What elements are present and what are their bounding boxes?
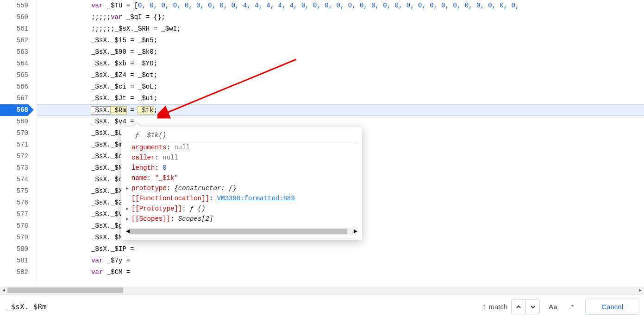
line-number[interactable]: 577 <box>0 209 28 220</box>
code-line[interactable]: _$sX._$IP = <box>37 243 644 255</box>
code-line[interactable]: _$sX._$Z4 = _$ot; <box>37 70 644 81</box>
search-options: Aa .* <box>545 300 579 314</box>
match-case-toggle[interactable]: Aa <box>545 300 560 314</box>
code-line[interactable]: _$sX._$xb = _$YD; <box>37 58 644 70</box>
expand-triangle-icon[interactable]: ▶ <box>126 216 131 222</box>
line-number[interactable]: 576 <box>0 197 28 209</box>
object-property-row[interactable]: ▶[[Scopes]]: Scopes[2] <box>126 214 357 224</box>
line-number[interactable]: 578 <box>0 220 28 232</box>
cancel-button[interactable]: Cancel <box>585 299 639 315</box>
code-line[interactable]: _$sX._$ci = _$oL; <box>37 81 644 93</box>
code-line[interactable]: _$sX._$Rm = _$1k; <box>37 104 644 116</box>
expand-triangle-icon[interactable]: ▶ <box>126 185 131 191</box>
code-line[interactable]: ;;;;;;_$sX._$RH = _$wI; <box>37 23 644 35</box>
search-next-button[interactable] <box>525 300 539 314</box>
line-number-gutter: 5595605615625635645655665675685695705715… <box>0 0 37 282</box>
code-line[interactable]: _$sX._$Jt = _$u1; <box>37 93 644 104</box>
line-number[interactable]: 561 <box>0 23 28 35</box>
object-property-row[interactable]: caller: null <box>126 153 357 163</box>
chevron-down-icon <box>530 304 536 310</box>
line-number[interactable]: 562 <box>0 35 28 46</box>
line-number[interactable]: 567 <box>0 93 28 104</box>
line-number[interactable]: 572 <box>0 151 28 162</box>
search-match-count: 1 match <box>483 303 507 311</box>
line-number[interactable]: 566 <box>0 81 28 93</box>
expand-triangle-icon[interactable]: ▶ <box>126 206 131 211</box>
code-line[interactable]: _$sX._$v4 = <box>37 116 644 128</box>
line-number[interactable]: 559 <box>0 0 28 12</box>
scrollbar-thumb[interactable] <box>7 287 123 293</box>
object-property-row[interactable]: arguments: null <box>126 142 357 153</box>
scroll-left-icon[interactable]: ◄ <box>126 228 130 235</box>
scroll-right-icon[interactable]: ► <box>637 287 644 294</box>
tooltip-horizontal-scrollbar[interactable]: ◄ ► <box>126 228 357 235</box>
function-signature: ƒ _$1k() <box>135 132 166 139</box>
search-input[interactable] <box>5 300 479 314</box>
editor-horizontal-scrollbar[interactable]: ◄ ► <box>0 287 644 294</box>
object-property-row[interactable]: [[FunctionLocation]]: VM3398:formatted:8… <box>126 193 357 204</box>
code-line[interactable]: ;;;;;var _$qI = {}; <box>37 12 644 23</box>
line-number[interactable]: 571 <box>0 139 28 151</box>
line-number[interactable]: 581 <box>0 255 28 267</box>
object-property-row[interactable]: ▶[[Prototype]]: ƒ () <box>126 204 357 214</box>
regex-toggle[interactable]: .* <box>564 300 579 314</box>
line-number[interactable]: 573 <box>0 162 28 174</box>
line-number[interactable]: 580 <box>0 243 28 255</box>
line-number[interactable]: 563 <box>0 46 28 58</box>
line-number[interactable]: 565 <box>0 70 28 81</box>
scroll-left-icon[interactable]: ◄ <box>0 287 7 294</box>
line-number[interactable]: 560 <box>0 12 28 23</box>
code-line[interactable]: var _$CM = <box>37 267 644 278</box>
chevron-up-icon <box>515 304 522 310</box>
line-number[interactable]: 564 <box>0 58 28 70</box>
tooltip-header: ƒ _$1k() <box>126 130 357 142</box>
search-nav <box>511 300 540 314</box>
object-property-row[interactable]: length: 0 <box>126 163 357 173</box>
scroll-right-icon[interactable]: ► <box>354 228 357 235</box>
debugger-value-tooltip: ƒ _$1k() arguments: nullcaller: nullleng… <box>121 127 362 240</box>
search-prev-button[interactable] <box>512 300 525 314</box>
object-property-row[interactable]: ▶prototype: {constructor: ƒ} <box>126 183 357 193</box>
code-line[interactable]: _$sX._$90 = _$k0; <box>37 46 644 58</box>
line-number[interactable]: 575 <box>0 185 28 197</box>
line-number[interactable]: 582 <box>0 267 28 278</box>
search-bar: 1 match Aa .* Cancel <box>0 294 644 319</box>
scrollbar-thumb[interactable] <box>130 229 347 234</box>
code-line[interactable]: var _$TU = [0, 0, 0, 0, 0, 0, 0, 0, 0, 4… <box>37 0 644 12</box>
source-location-link[interactable]: VM3398:formatted:889 <box>217 195 295 202</box>
line-number[interactable]: 568 <box>0 104 28 116</box>
line-number[interactable]: 569 <box>0 116 28 128</box>
code-line[interactable]: _$sX._$i5 = _$n5; <box>37 35 644 46</box>
line-number[interactable]: 570 <box>0 128 28 139</box>
line-number[interactable]: 574 <box>0 174 28 185</box>
object-property-row[interactable]: name: "_$1k" <box>126 173 357 183</box>
code-line[interactable]: var _$7y = <box>37 255 644 267</box>
line-number[interactable]: 579 <box>0 232 28 243</box>
